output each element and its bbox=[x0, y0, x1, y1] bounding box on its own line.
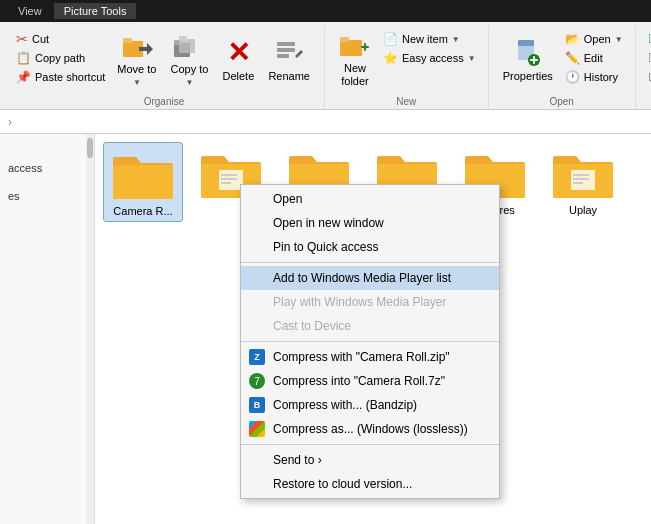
ctx-compress-windows-label: Compress as... (Windows (lossless)) bbox=[273, 422, 468, 436]
context-menu: Open Open in new window Pin to Quick acc… bbox=[240, 184, 500, 499]
svg-rect-6 bbox=[179, 36, 187, 41]
sidebar-item-access[interactable]: access bbox=[0, 158, 94, 178]
new-folder-icon bbox=[339, 32, 371, 60]
cut-icon: ✂ bbox=[16, 31, 28, 47]
ctx-compress-7z-label: Compress into "Camera Roll.7z" bbox=[273, 374, 445, 388]
svg-rect-25 bbox=[573, 174, 589, 176]
ctx-sep-1 bbox=[241, 262, 499, 263]
ctx-cast: Cast to Device bbox=[241, 314, 499, 338]
svg-rect-5 bbox=[179, 39, 195, 53]
copy-path-icon: 📋 bbox=[16, 51, 31, 65]
sidebar-item-es[interactable]: es bbox=[0, 186, 94, 206]
tab-picture-tools[interactable]: Picture Tools bbox=[54, 3, 137, 19]
select-none-button[interactable]: ☐ Select no... bbox=[644, 49, 651, 67]
svg-rect-7 bbox=[277, 42, 295, 46]
cut-button[interactable]: ✂ Cut bbox=[12, 30, 109, 48]
delete-button[interactable]: ✕ Delete bbox=[216, 30, 260, 90]
history-button[interactable]: 🕐 History bbox=[561, 68, 627, 86]
sidebar-item-4[interactable] bbox=[0, 178, 94, 186]
ctx-restore-cloud-label: Restore to cloud version... bbox=[273, 477, 412, 491]
open-icon: 📂 bbox=[565, 32, 580, 46]
svg-rect-1 bbox=[123, 38, 132, 43]
ctx-compress-bandzip[interactable]: B Compress with... (Bandzip) bbox=[241, 393, 499, 417]
ctx-open-new-window[interactable]: Open in new window bbox=[241, 211, 499, 235]
invert-selection-icon: ⊡ bbox=[648, 70, 651, 84]
ctx-compress-zip-label: Compress with "Camera Roll.zip" bbox=[273, 350, 450, 364]
rename-button[interactable]: Rename bbox=[262, 30, 316, 90]
ribbon-new-items: Newfolder 📄 New item ▼ ⭐ Easy access ▼ bbox=[333, 30, 480, 93]
ctx-compress-zip-icon: Z bbox=[249, 349, 265, 365]
svg-rect-27 bbox=[573, 182, 583, 184]
ribbon-group-select: ☑ Select all ☐ Select no... ⊡ Invert sel… bbox=[636, 26, 651, 109]
ctx-open-new-window-label: Open in new window bbox=[273, 216, 384, 230]
ctx-compress-7z-icon: 7 bbox=[249, 373, 265, 389]
properties-icon bbox=[512, 36, 544, 68]
ctx-pin-label: Pin to Quick access bbox=[273, 240, 378, 254]
ribbon-organise-items: ✂ Cut 📋 Copy path 📌 Paste shortcut bbox=[12, 30, 316, 93]
ribbon-new-col: 📄 New item ▼ ⭐ Easy access ▼ bbox=[379, 30, 480, 67]
select-all-button[interactable]: ☑ Select all bbox=[644, 30, 651, 48]
ctx-send-to[interactable]: Send to › bbox=[241, 448, 499, 472]
svg-rect-12 bbox=[340, 37, 349, 42]
folder-camera-roll[interactable]: Camera R... bbox=[103, 142, 183, 222]
ribbon-select-items: ☑ Select all ☐ Select no... ⊡ Invert sel… bbox=[644, 30, 651, 86]
copy-to-button[interactable]: Copy to ▼ bbox=[164, 30, 214, 90]
ctx-pin-quick-access[interactable]: Pin to Quick access bbox=[241, 235, 499, 259]
ctx-restore-cloud[interactable]: Restore to cloud version... bbox=[241, 472, 499, 496]
title-bar: View Picture Tools bbox=[0, 0, 651, 22]
ctx-add-wmp[interactable]: Add to Windows Media Player list bbox=[241, 266, 499, 290]
easy-access-icon: ⭐ bbox=[383, 51, 398, 65]
sidebar-item-1[interactable] bbox=[0, 142, 94, 150]
uplay-folder-icon bbox=[551, 146, 615, 202]
ribbon-group-open: Properties 📂 Open ▼ ✏️ Edit 🕐 History bbox=[489, 26, 636, 109]
easy-access-dropdown: ▼ bbox=[468, 54, 476, 63]
move-to-button[interactable]: Move to ▼ bbox=[111, 30, 162, 90]
invert-selection-button[interactable]: ⊡ Invert sel... bbox=[644, 68, 651, 86]
ctx-sep-2 bbox=[241, 341, 499, 342]
rename-icon bbox=[273, 36, 305, 68]
ribbon-group-organise: ✂ Cut 📋 Copy path 📌 Paste shortcut bbox=[4, 26, 325, 109]
svg-rect-21 bbox=[221, 174, 237, 176]
ctx-open-label: Open bbox=[273, 192, 302, 206]
move-to-icon bbox=[121, 33, 153, 61]
new-group-label: New bbox=[325, 96, 488, 107]
properties-button[interactable]: Properties bbox=[497, 30, 559, 90]
open-button[interactable]: 📂 Open ▼ bbox=[561, 30, 627, 48]
easy-access-button[interactable]: ⭐ Easy access ▼ bbox=[379, 49, 480, 67]
svg-rect-16 bbox=[518, 40, 534, 46]
copy-path-button[interactable]: 📋 Copy path bbox=[12, 49, 109, 67]
ribbon-open-items: Properties 📂 Open ▼ ✏️ Edit 🕐 History bbox=[497, 30, 627, 93]
svg-rect-19 bbox=[530, 59, 538, 61]
history-icon: 🕐 bbox=[565, 70, 580, 84]
organise-group-label: Organise bbox=[4, 96, 324, 107]
ctx-send-to-label: Send to › bbox=[273, 453, 322, 467]
svg-rect-8 bbox=[277, 48, 295, 52]
ctx-compress-bandzip-icon: B bbox=[249, 397, 265, 413]
open-dropdown: ▼ bbox=[615, 35, 623, 44]
edit-button[interactable]: ✏️ Edit bbox=[561, 49, 627, 67]
ctx-open[interactable]: Open bbox=[241, 187, 499, 211]
ribbon: ✂ Cut 📋 Copy path 📌 Paste shortcut bbox=[0, 22, 651, 110]
ribbon-open-col: 📂 Open ▼ ✏️ Edit 🕐 History bbox=[561, 30, 627, 86]
select-none-icon: ☐ bbox=[648, 51, 651, 65]
move-to-dropdown-arrow: ▼ bbox=[133, 78, 141, 88]
new-folder-button[interactable]: Newfolder bbox=[333, 30, 377, 90]
breadcrumb-arrow[interactable]: › bbox=[8, 115, 12, 129]
svg-rect-14 bbox=[364, 43, 366, 51]
ctx-compress-7z[interactable]: 7 Compress into "Camera Roll.7z" bbox=[241, 369, 499, 393]
svg-marker-10 bbox=[295, 50, 303, 58]
paste-shortcut-button[interactable]: 📌 Paste shortcut bbox=[12, 68, 109, 86]
sidebar-item-2[interactable] bbox=[0, 150, 94, 158]
select-group-label: Select bbox=[636, 96, 651, 107]
svg-rect-11 bbox=[340, 40, 362, 56]
main-content: Camera R... bbox=[95, 134, 651, 524]
new-item-button[interactable]: 📄 New item ▼ bbox=[379, 30, 480, 48]
ctx-add-wmp-label: Add to Windows Media Player list bbox=[273, 271, 451, 285]
tab-view[interactable]: View bbox=[8, 3, 52, 19]
sidebar-scrollbar[interactable] bbox=[86, 134, 94, 524]
folder-uplay[interactable]: Uplay bbox=[543, 142, 623, 222]
ctx-compress-windows[interactable]: Compress as... (Windows (lossless)) bbox=[241, 417, 499, 441]
ctx-play-wmp: Play with Windows Media Player bbox=[241, 290, 499, 314]
ctx-compress-zip[interactable]: Z Compress with "Camera Roll.zip" bbox=[241, 345, 499, 369]
breadcrumb-bar: › bbox=[0, 110, 651, 134]
